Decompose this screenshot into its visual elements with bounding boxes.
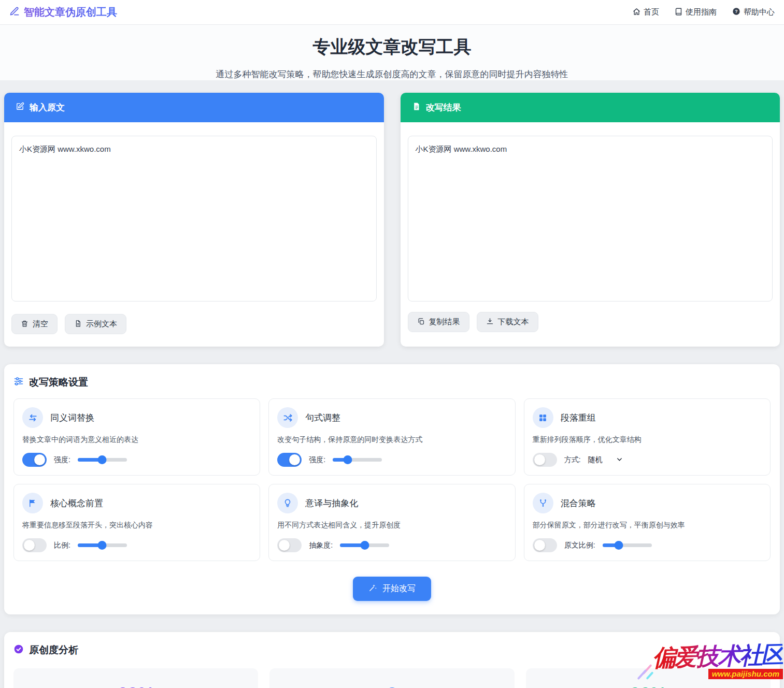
chevron-down-icon	[616, 456, 623, 464]
check-circle-icon	[13, 644, 24, 657]
stat-value: 69%	[13, 684, 258, 688]
stat-originality: 69% 预估原创度	[13, 668, 258, 688]
clear-button[interactable]: 清空	[11, 314, 58, 334]
sliders-icon	[13, 376, 24, 389]
pen-icon	[9, 6, 20, 19]
hybrid-toggle[interactable]	[533, 538, 557, 552]
control-label: 原文比例:	[564, 541, 595, 550]
flag-icon	[22, 493, 43, 513]
result-panel: 改写结果 小K资源网 www.xkwo.com 复制结果 下载文本	[401, 93, 780, 347]
strategy-name: 段落重组	[561, 412, 596, 424]
copy-result-label: 复制结果	[429, 317, 460, 327]
nav-guide-label: 使用指南	[686, 7, 717, 17]
svg-text:?: ?	[735, 9, 737, 14]
strategy-name: 核心概念前置	[50, 497, 103, 509]
editor-panels: 输入原文 小K资源网 www.xkwo.com 清空 示例文本	[4, 93, 780, 347]
download-text-button[interactable]: 下载文本	[477, 312, 538, 332]
stats-grid: 69% 预估原创度 8 总字数 66% 修改比例	[13, 668, 771, 688]
download-text-label: 下载文本	[498, 317, 529, 327]
strategy-desc: 将重要信息移至段落开头，突出核心内容	[22, 521, 251, 530]
start-rewrite-button[interactable]: 开始改写	[353, 577, 431, 601]
nav-guide[interactable]: 使用指南	[675, 7, 717, 17]
app-logo[interactable]: 智能文章伪原创工具	[9, 5, 117, 19]
page-subtitle: 通过多种智能改写策略，帮助您快速生成原创度高的文章，保留原意的同时提升内容独特性	[0, 68, 784, 80]
paragraph-mode-select[interactable]: 随机	[588, 455, 623, 465]
strategy-desc: 替换文章中的词语为意义相近的表达	[22, 435, 251, 445]
strategy-desc: 重新排列段落顺序，优化文章结构	[533, 435, 762, 445]
abstraction-slider[interactable]	[340, 543, 389, 547]
strategy-card-sentence: 句式调整 改变句子结构，保持原意的同时变换表达方式 强度:	[268, 398, 515, 476]
download-icon	[486, 318, 494, 327]
control-label: 抽象度:	[309, 541, 333, 550]
swap-arrows-icon	[22, 407, 43, 428]
sentence-toggle[interactable]	[277, 453, 302, 467]
paragraph-toggle[interactable]	[533, 453, 557, 467]
strategy-card-synonym: 同义词替换 替换文章中的词语为意义相近的表达 强度:	[13, 398, 260, 476]
concept-toggle[interactable]	[22, 538, 47, 552]
help-icon: ?	[732, 7, 740, 17]
strategy-grid: 同义词替换 替换文章中的词语为意义相近的表达 强度: 句式调整 改变句子结构，保…	[13, 398, 771, 561]
navbar: 智能文章伪原创工具 首页 使用指南 ? 帮助中心	[0, 0, 784, 25]
nav-home[interactable]: 首页	[633, 7, 659, 17]
strategy-name: 混合策略	[561, 497, 596, 509]
document-icon	[412, 102, 421, 113]
strategy-card-hybrid: 混合策略 部分保留原文，部分进行改写，平衡原创与效率 原文比例:	[524, 484, 771, 561]
strategy-card-paraphrase: 意译与抽象化 用不同方式表达相同含义，提升原创度 抽象度:	[268, 484, 515, 561]
source-textarea[interactable]: 小K资源网 www.xkwo.com	[11, 136, 377, 302]
original-ratio-slider[interactable]	[603, 543, 652, 547]
analysis-section-title: 原创度分析	[29, 643, 78, 657]
stat-modified-ratio: 66% 修改比例	[526, 668, 771, 688]
stat-word-count: 8 总字数	[269, 668, 514, 688]
control-label: 方式:	[564, 455, 581, 465]
grid-icon	[533, 407, 553, 428]
strategy-desc: 改变句子结构，保持原意的同时变换表达方式	[277, 435, 506, 445]
strategy-section-title: 改写策略设置	[29, 376, 88, 389]
app-title: 智能文章伪原创工具	[24, 5, 117, 19]
nav-help[interactable]: ? 帮助中心	[732, 7, 775, 17]
book-icon	[675, 8, 682, 17]
nav-home-label: 首页	[644, 7, 659, 17]
control-label: 强度:	[54, 455, 70, 465]
edit-icon	[16, 102, 24, 113]
copy-result-button[interactable]: 复制结果	[408, 312, 469, 332]
home-icon	[633, 8, 640, 17]
analysis-section: 原创度分析 69% 预估原创度 8 总字数 66% 修改比例	[4, 632, 780, 688]
concept-ratio-slider[interactable]	[78, 543, 127, 547]
copy-icon	[417, 318, 425, 327]
clear-button-label: 清空	[33, 319, 48, 329]
magic-wand-icon	[368, 583, 377, 594]
input-panel: 输入原文 小K资源网 www.xkwo.com 清空 示例文本	[4, 93, 384, 347]
control-label: 比例:	[54, 541, 70, 550]
synonym-strength-slider[interactable]	[78, 458, 127, 462]
control-label: 强度:	[309, 455, 325, 465]
strategy-name: 同义词替换	[50, 412, 94, 424]
paraphrase-toggle[interactable]	[277, 538, 302, 552]
nav-links: 首页 使用指南 ? 帮助中心	[633, 7, 775, 17]
stat-value: 8	[269, 684, 514, 688]
example-button-label: 示例文本	[86, 319, 117, 329]
strategy-desc: 用不同方式表达相同含义，提升原创度	[277, 521, 506, 530]
stat-value: 66%	[526, 684, 771, 688]
synonym-toggle[interactable]	[22, 453, 47, 467]
example-button[interactable]: 示例文本	[65, 314, 126, 334]
strategy-card-paragraph: 段落重组 重新排列段落顺序，优化文章结构 方式: 随机	[524, 398, 771, 476]
select-value: 随机	[588, 455, 603, 465]
result-textbox[interactable]: 小K资源网 www.xkwo.com	[408, 136, 773, 302]
strategy-card-concept: 核心概念前置 将重要信息移至段落开头，突出核心内容 比例:	[13, 484, 260, 561]
lightbulb-icon	[277, 493, 298, 513]
input-panel-title: 输入原文	[30, 102, 65, 113]
result-panel-header: 改写结果	[401, 93, 780, 122]
sentence-strength-slider[interactable]	[333, 458, 382, 462]
branch-icon	[533, 493, 553, 513]
shuffle-icon	[277, 407, 298, 428]
file-text-icon	[74, 320, 82, 329]
trash-icon	[21, 320, 28, 329]
nav-help-label: 帮助中心	[744, 7, 775, 17]
hero: 专业级文章改写工具 通过多种智能改写策略，帮助您快速生成原创度高的文章，保留原意…	[0, 25, 784, 80]
strategy-section: 改写策略设置 同义词替换 替换文章中的词语为意义相近的表达 强度:	[4, 364, 780, 614]
strategy-desc: 部分保留原文，部分进行改写，平衡原创与效率	[533, 521, 762, 530]
input-panel-header: 输入原文	[4, 93, 384, 122]
result-panel-title: 改写结果	[426, 102, 461, 113]
start-rewrite-label: 开始改写	[382, 583, 416, 594]
page-title: 专业级文章改写工具	[0, 35, 784, 59]
